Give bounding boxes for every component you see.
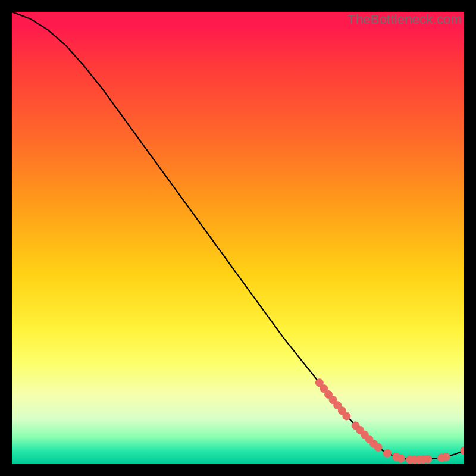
highlighted-points-group [315, 379, 464, 464]
chart-frame: TheBottleneck.com [12, 12, 464, 464]
highlighted-point [383, 449, 391, 457]
highlighted-point [343, 412, 350, 420]
bottleneck-curve [12, 12, 464, 459]
highlighted-point [374, 443, 382, 451]
chart-plot [12, 12, 464, 464]
highlighted-point [442, 453, 450, 461]
highlighted-point [461, 447, 465, 455]
watermark-label: TheBottleneck.com [347, 12, 462, 27]
highlighted-point [424, 455, 432, 463]
highlighted-point [397, 455, 405, 462]
